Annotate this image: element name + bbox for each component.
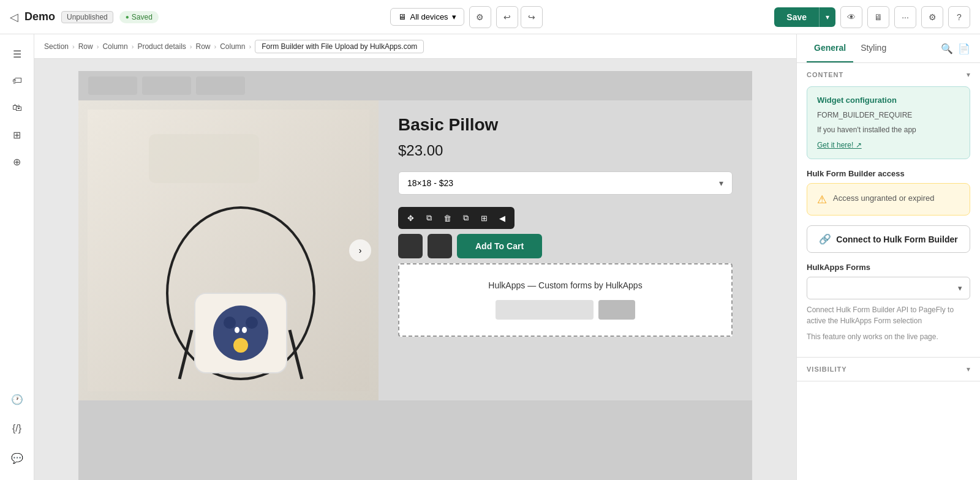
tab-styling[interactable]: Styling [853, 34, 894, 62]
device-selector[interactable]: 🖥 All devices ▾ [390, 8, 464, 26]
toolbar-grid[interactable]: ⊞ [475, 209, 492, 227]
content-section-content: Widget configuration FORM_BUILDER_REQUIR… [797, 86, 980, 357]
visibility-section: VISIBILITY ▾ [797, 358, 980, 381]
product-section: › Basic Pillow $23.00 18×18 - $23 ▾ [78, 100, 752, 400]
redo-button[interactable]: ↪ [521, 6, 543, 28]
saved-badge: Saved [119, 11, 159, 23]
sidebar-icon-add[interactable]: ⊕ [5, 149, 29, 174]
product-price: $23.00 [398, 142, 733, 159]
breadcrumb-sep-2: › [97, 43, 99, 50]
breadcrumb-column[interactable]: Column [102, 42, 127, 51]
help-button[interactable]: ? [948, 6, 970, 28]
breadcrumb: Section › Row › Column › Product details… [34, 34, 796, 59]
visibility-section-header[interactable]: VISIBILITY ▾ [797, 358, 980, 381]
product-image-wrapper: › [78, 100, 379, 400]
breadcrumb-active-item[interactable]: Form Builder with File Upload by HulkApp… [255, 40, 424, 53]
form-widget-title: HulkApps — Custom forms by HulkApps [488, 280, 642, 290]
faded-btn-1 [88, 77, 137, 95]
content-section: CONTENT ▾ Widget configuration FORM_BUIL… [797, 63, 980, 358]
more-options-button[interactable]: ··· [894, 6, 916, 28]
breadcrumb-row[interactable]: Row [78, 42, 93, 51]
svg-point-10 [233, 338, 248, 353]
breadcrumb-section[interactable]: Section [44, 42, 69, 51]
app-settings-button[interactable]: ⚙ [921, 6, 943, 28]
topbar-center: 🖥 All devices ▾ ⚙ ↩ ↪ [166, 6, 767, 28]
panel-search-icon[interactable]: 🔍 [941, 43, 953, 54]
get-it-here-link[interactable]: Get it here! ↗ [817, 141, 862, 149]
back-icon[interactable]: ◁ [10, 10, 18, 24]
breadcrumb-product-details[interactable]: Product details [137, 42, 186, 51]
toolbar-delete[interactable]: 🗑 [439, 209, 456, 227]
sidebar-icon-history[interactable]: 🕐 [5, 387, 29, 411]
sidebar-icon-chat[interactable]: 💬 [5, 446, 29, 470]
action-btn-dark-1[interactable] [398, 234, 423, 258]
widget-config-title: Widget configuration [817, 96, 960, 105]
product-illustration [88, 110, 369, 391]
content-section-title: CONTENT [807, 71, 843, 78]
sidebar-icon-menu[interactable]: ☰ [5, 42, 29, 66]
svg-point-9 [246, 317, 258, 329]
breadcrumb-row-2[interactable]: Row [195, 42, 210, 51]
save-button[interactable]: Save [774, 7, 819, 27]
panel-tabs: General Styling 🔍 📄 [797, 34, 980, 63]
connect-icon: 🔗 [819, 233, 831, 245]
product-details: Basic Pillow $23.00 18×18 - $23 ▾ ✥ ⧉ 🗑 … [379, 100, 752, 400]
visibility-section-title: VISIBILITY [807, 366, 847, 373]
sidebar-icon-grid[interactable]: ⊞ [5, 122, 29, 147]
toolbar-move[interactable]: ✥ [402, 209, 419, 227]
page-title: Demo [24, 10, 55, 23]
save-dropdown-arrow[interactable]: ▾ [819, 7, 835, 27]
carousel-next-arrow[interactable]: › [349, 239, 371, 261]
faded-btn-2 [142, 77, 191, 95]
main-layout: ☰ 🏷 🛍 ⊞ ⊕ 🕐 {/} 💬 Section › Row › Column… [0, 34, 980, 480]
content-section-header[interactable]: CONTENT ▾ [797, 63, 980, 86]
add-to-cart-button[interactable]: Add To Cart [457, 234, 542, 258]
tab-general[interactable]: General [807, 34, 853, 62]
breadcrumb-sep-1: › [72, 43, 75, 50]
undo-button[interactable]: ↩ [496, 6, 518, 28]
preview-button[interactable]: 👁 [840, 6, 862, 28]
desktop-view-button[interactable]: 🖥 [867, 6, 889, 28]
panel-page-icon[interactable]: 📄 [958, 43, 970, 54]
panel-tabs-right: 🔍 📄 [941, 43, 970, 54]
widget-config-subtext: If you haven't installed the app [817, 124, 960, 135]
canvas-area: Section › Row › Column › Product details… [34, 34, 796, 480]
product-image: › [78, 100, 379, 400]
form-widget: HulkApps — Custom forms by HulkApps [398, 263, 733, 337]
access-section-label: Hulk Form Builder access [807, 169, 970, 178]
topbar-right: Save ▾ 👁 🖥 ··· ⚙ ? [774, 6, 970, 28]
device-dropdown-arrow: ▾ [452, 12, 456, 21]
faded-btn-3 [196, 77, 245, 95]
breadcrumb-sep-6: › [249, 43, 252, 50]
connect-to-hulk-button[interactable]: 🔗 Connect to Hulk Form Builder [807, 225, 970, 253]
access-warning-box: ⚠ Access ungranted or expired [807, 183, 970, 216]
action-btn-dark-2[interactable] [428, 234, 452, 258]
right-panel: General Styling 🔍 📄 CONTENT ▾ Widget con… [796, 34, 980, 480]
toolbar-copy[interactable]: ⧉ [457, 209, 474, 227]
save-button-group: Save ▾ [774, 7, 835, 27]
variant-select[interactable]: 18×18 - $23 ▾ [398, 171, 733, 195]
widget-config-box: Widget configuration FORM_BUILDER_REQUIR… [807, 86, 970, 159]
topbar: ◁ Demo Unpublished Saved 🖥 All devices ▾… [0, 0, 980, 34]
sidebar-icon-shop[interactable]: 🛍 [5, 96, 29, 120]
variant-dropdown-arrow: ▾ [719, 178, 723, 188]
forms-section-label: HulkApps Forms [807, 263, 970, 272]
faded-header [78, 71, 752, 100]
svg-point-8 [224, 317, 236, 329]
forms-dropdown[interactable]: ▾ [807, 277, 970, 299]
toolbar-duplicate[interactable]: ⧉ [420, 209, 437, 227]
canvas-content: › Basic Pillow $23.00 18×18 - $23 ▾ [34, 59, 796, 480]
breadcrumb-column-2[interactable]: Column [220, 42, 245, 51]
svg-rect-1 [149, 134, 259, 183]
unpublished-badge: Unpublished [61, 11, 113, 23]
device-label: All devices [410, 12, 448, 21]
sidebar-icon-tag[interactable]: 🏷 [5, 69, 29, 93]
toolbar-collapse[interactable]: ◀ [494, 209, 511, 227]
action-buttons: Add To Cart [398, 234, 733, 258]
widget-config-text: FORM_BUILDER_REQUIRE [817, 110, 960, 121]
form-submit-placeholder [598, 300, 635, 320]
undo-redo-group: ↩ ↪ [496, 6, 543, 28]
settings-icon-btn[interactable]: ⚙ [469, 6, 491, 28]
sidebar-icon-code[interactable]: {/} [5, 416, 29, 441]
panel-tabs-left: General Styling [807, 34, 894, 62]
